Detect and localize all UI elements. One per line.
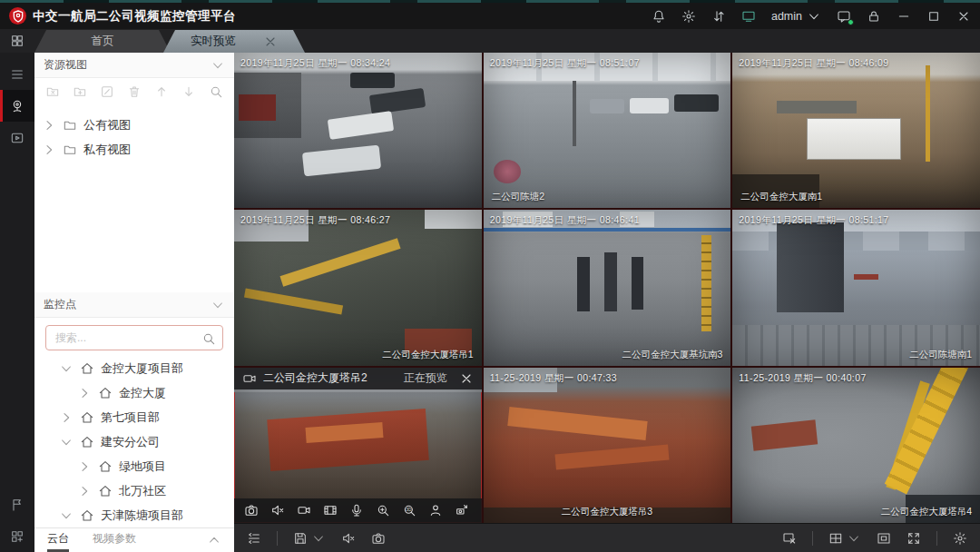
resource-tree: 公有视图 私有视图	[34, 105, 234, 292]
tree-item-public-views[interactable]: 公有视图	[34, 113, 234, 137]
mute-icon[interactable]	[270, 503, 285, 518]
close-tab-icon[interactable]	[263, 34, 278, 49]
close-button[interactable]	[956, 9, 971, 24]
digital-zoom-icon[interactable]	[376, 503, 390, 518]
tree-item-private-views[interactable]: 私有视图	[34, 137, 234, 162]
tree-item-beiwan-community[interactable]: 北万社区	[34, 478, 234, 503]
move-down-icon[interactable]	[181, 84, 196, 99]
monitor-points-header[interactable]: 监控点	[34, 292, 234, 318]
tree-item-label: 金控大厦项目部	[101, 360, 183, 377]
live-preview-icon[interactable]	[0, 90, 34, 122]
tree-item-jinkong-tower[interactable]: 金控大厦	[34, 380, 234, 405]
tabbar: 首页 实时预览	[0, 29, 980, 53]
minimize-button[interactable]	[897, 9, 911, 24]
video-tile-6[interactable]: 2019年11月25日 星期一 08:51:17 二公司陈塘南1	[732, 210, 980, 365]
user-menu[interactable]: admin	[771, 9, 821, 24]
tree-item-label: 私有视图	[83, 142, 131, 158]
video-wall-icon[interactable]	[741, 9, 756, 24]
mute-all-icon[interactable]	[341, 531, 356, 546]
site-icon	[98, 459, 113, 474]
instant-playback-icon[interactable]	[323, 503, 338, 518]
video-tile-7-selected[interactable]: 二公司金控大厦塔吊2 正在预览	[234, 368, 482, 523]
snapshot-icon[interactable]	[244, 503, 259, 518]
record-icon[interactable]	[297, 503, 311, 518]
maximize-button[interactable]	[926, 9, 941, 24]
playback-icon[interactable]	[0, 122, 34, 153]
site-icon	[80, 435, 94, 449]
tab-home-label: 首页	[92, 34, 114, 49]
stream-select-icon[interactable]	[247, 531, 261, 546]
move-up-icon[interactable]	[154, 84, 169, 99]
video-tile-2[interactable]: 2019年11月25日 星期一 08:51:07 二公司陈塘2	[484, 53, 731, 208]
sort-arrows-icon[interactable]	[711, 9, 726, 24]
video-tile-8[interactable]: 11-25-2019 星期一 00:47:33 二公司金控大厦塔吊3	[484, 368, 731, 523]
more-icon[interactable]	[481, 503, 482, 518]
ptz-setup-icon[interactable]	[455, 503, 469, 518]
apps-grid-icon[interactable]	[0, 29, 34, 53]
tree-item-jianan-branch[interactable]: 建安分公司	[34, 429, 234, 454]
tree-item-seventh-project[interactable]: 第七项目部	[34, 405, 234, 429]
tree-item-greenland-project[interactable]: 绿地项目	[34, 454, 234, 478]
rail-spacer	[0, 153, 34, 488]
delete-icon[interactable]	[127, 84, 142, 99]
chevron-down-icon	[59, 508, 74, 523]
tab-live-preview[interactable]: 实时预览	[163, 30, 305, 53]
zoom-3d-icon[interactable]	[402, 503, 416, 518]
chevron-down-icon	[211, 58, 225, 73]
save-icon[interactable]	[293, 531, 326, 546]
app-title: 中交一航局二公司视频监控管理平台	[33, 8, 236, 25]
video-tile-1[interactable]: 2019年11月25日 星期一 08:34:24	[234, 53, 482, 208]
tab-home[interactable]: 首页	[34, 30, 171, 53]
talk-icon[interactable]	[349, 503, 364, 518]
ptz-tabbar: 云台 视频参数	[34, 527, 234, 552]
site-icon	[98, 484, 113, 498]
tree-item-jinkong-project[interactable]: 金控大厦项目部	[34, 356, 234, 380]
add-view-icon[interactable]	[73, 84, 87, 99]
edit-icon[interactable]	[100, 84, 114, 99]
user-name: admin	[771, 10, 802, 23]
preset-icon[interactable]	[428, 503, 443, 518]
tree-item-label: 绿地项目	[119, 458, 166, 475]
left-panel: 资源视图 公有视图 私有视图 监控点	[34, 53, 234, 552]
chevron-down-icon	[211, 298, 225, 312]
chat-status-icon[interactable]	[837, 9, 851, 24]
video-tile-4[interactable]: 2019年11月25日 星期一 08:46:27 二公司金控大厦塔吊1	[234, 210, 482, 365]
bell-icon[interactable]	[652, 9, 666, 24]
close-all-icon[interactable]	[782, 531, 797, 546]
video-title: 二公司金控大厦塔吊2	[263, 370, 397, 386]
chevron-right-icon	[42, 143, 56, 157]
site-icon	[80, 508, 94, 523]
fullscreen-icon[interactable]	[906, 531, 921, 546]
search-icon	[201, 331, 216, 346]
titlebar-actions: admin	[652, 9, 971, 24]
tab-video-params[interactable]: 视频参数	[93, 528, 136, 552]
timestamp-overlay: 2019年11月25日 星期一 08:51:07	[490, 57, 640, 70]
snapshot-all-icon[interactable]	[371, 531, 386, 546]
tab-live-preview-label: 实时预览	[191, 34, 236, 49]
tree-item-label: 第七项目部	[101, 409, 160, 426]
timestamp-overlay: 11-25-2019 星期一 00:47:33	[490, 372, 617, 385]
video-tile-3[interactable]: 2019年11月25日 星期一 08:46:09 二公司金控大厦南1	[732, 53, 980, 208]
layout-icon[interactable]	[828, 531, 861, 546]
tree-item-tianjin-chentang[interactable]: 天津陈塘项目部	[34, 503, 234, 527]
add-group-icon[interactable]	[45, 84, 60, 99]
timestamp-overlay: 2019年11月25日 星期一 08:51:17	[739, 214, 888, 227]
close-video-icon[interactable]	[459, 371, 474, 386]
gear-icon[interactable]	[681, 9, 696, 24]
camera-caption: 二公司陈塘2	[492, 191, 544, 203]
alarm-icon[interactable]	[0, 488, 34, 520]
settings-icon[interactable]	[953, 531, 967, 546]
chevron-right-icon	[77, 386, 92, 400]
search-icon[interactable]	[209, 84, 223, 99]
search-input[interactable]	[45, 325, 223, 350]
single-screen-icon[interactable]	[877, 531, 891, 546]
videowall-grid-icon[interactable]	[0, 520, 34, 552]
chevron-up-icon[interactable]	[207, 533, 221, 547]
lock-icon[interactable]	[867, 9, 881, 24]
titlebar: 中交一航局二公司视频监控管理平台 admin	[0, 3, 980, 29]
resource-view-header[interactable]: 资源视图	[34, 53, 234, 78]
tab-ptz[interactable]: 云台	[47, 528, 69, 552]
video-tile-9[interactable]: 11-25-2019 星期一 00:40:07 二公司金控大厦塔吊4	[732, 368, 980, 523]
video-tile-5[interactable]: 2019年11月25日 星期一 08:46:41 二公司金控大厦基坑南3	[484, 210, 731, 365]
menu-icon[interactable]	[0, 58, 34, 90]
